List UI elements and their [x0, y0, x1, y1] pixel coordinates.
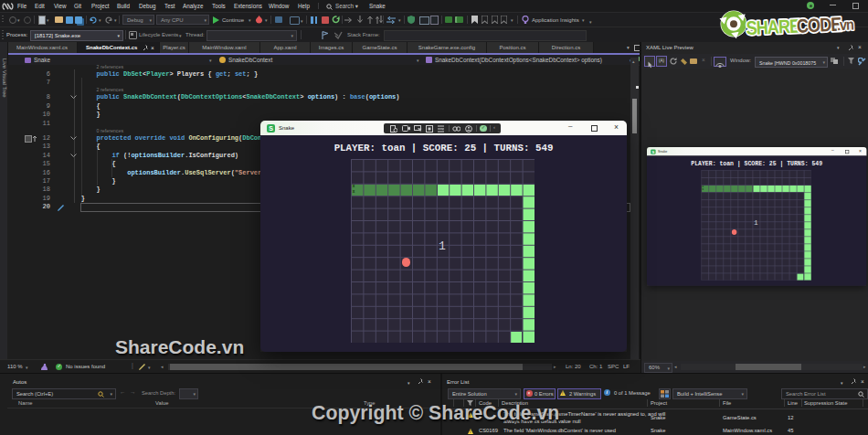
- svg-text:SHARE: SHARE: [746, 15, 800, 38]
- svg-text:CODE: CODE: [796, 13, 842, 37]
- svg-text:.vn: .vn: [837, 16, 854, 33]
